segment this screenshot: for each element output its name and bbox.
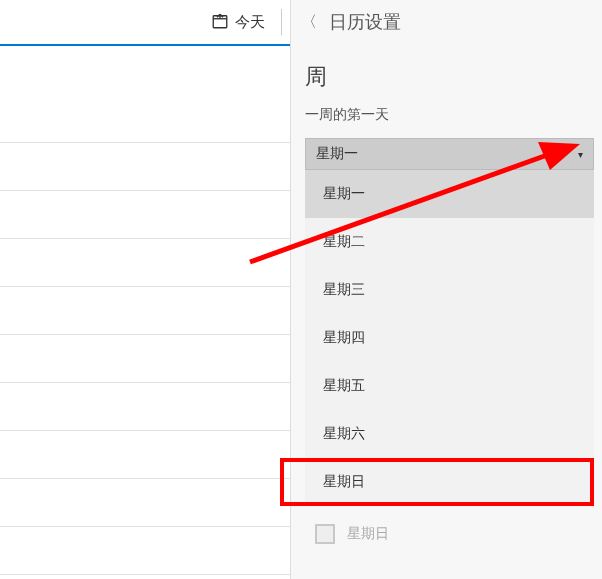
sunday-checkbox[interactable] (315, 524, 335, 544)
sunday-checkbox-row: 星期日 (305, 524, 389, 544)
today-label: 今天 (235, 13, 265, 32)
grid-line (0, 190, 290, 191)
grid-line (0, 238, 290, 239)
grid-line (0, 430, 290, 431)
grid-line (0, 142, 290, 143)
calendar-header-highlight (0, 44, 290, 46)
dropdown-item-tuesday[interactable]: 星期二 (305, 218, 594, 266)
dropdown-item-thursday[interactable]: 星期四 (305, 314, 594, 362)
dropdown-item-monday[interactable]: 星期一 (305, 170, 594, 218)
grid-line (0, 334, 290, 335)
panel-header: 〈 日历设置 (291, 0, 602, 44)
dropdown-item-friday[interactable]: 星期五 (305, 362, 594, 410)
today-button[interactable]: 今天 (211, 12, 265, 33)
first-day-label: 一周的第一天 (291, 100, 602, 132)
back-chevron-icon[interactable]: 〈 (301, 12, 317, 33)
first-day-dropdown[interactable]: 星期一 ▾ 星期一 星期二 星期三 星期四 星期五 星期六 星期日 (305, 138, 594, 506)
calendar-today-icon (211, 12, 229, 33)
toolbar-divider (281, 9, 282, 35)
chevron-down-icon: ▾ (578, 149, 583, 160)
dropdown-list: 星期一 星期二 星期三 星期四 星期五 星期六 星期日 (305, 170, 594, 506)
grid-line (0, 478, 290, 479)
dropdown-selected-text: 星期一 (316, 145, 358, 163)
panel-title: 日历设置 (329, 10, 401, 34)
section-title-week: 周 (291, 44, 602, 100)
dropdown-item-sunday[interactable]: 星期日 (305, 458, 594, 506)
grid-line (0, 382, 290, 383)
calendar-grid-area: 今天 (0, 0, 290, 579)
grid-line (0, 526, 290, 527)
dropdown-item-saturday[interactable]: 星期六 (305, 410, 594, 458)
grid-line (0, 574, 290, 575)
dropdown-selected[interactable]: 星期一 ▾ (305, 138, 594, 170)
calendar-toolbar: 今天 (0, 0, 290, 44)
grid-line (0, 286, 290, 287)
sunday-checkbox-label: 星期日 (347, 525, 389, 543)
dropdown-item-wednesday[interactable]: 星期三 (305, 266, 594, 314)
